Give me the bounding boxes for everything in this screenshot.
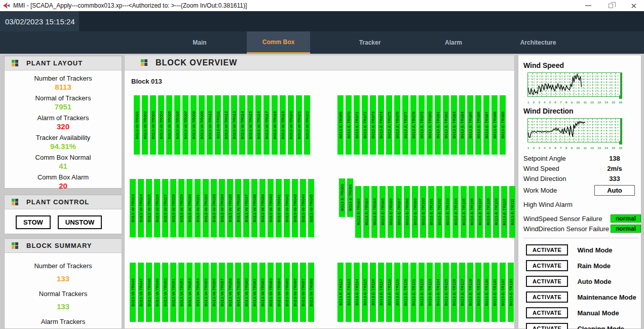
tracker-bar[interactable]: B013-W-TR009 <box>199 95 205 155</box>
tracker-bar[interactable]: B013-E-TR070 <box>346 95 352 155</box>
restore-icon[interactable] <box>609 4 613 8</box>
tracker-bar[interactable]: B013-E-TR098 <box>404 186 410 238</box>
tracker-bar[interactable]: B013-W-TR005 <box>166 95 172 155</box>
tracker-bar[interactable]: B013-W-TR042 <box>284 179 290 237</box>
tracker-bar[interactable]: B013-W-TR024 <box>138 179 144 237</box>
activate-maintenance-mode-button[interactable]: ACTIVATE <box>526 291 568 303</box>
tracker-bar[interactable]: B013-W-TR062 <box>259 263 266 322</box>
tracker-bar[interactable]: B013-E-TR101 <box>428 186 434 238</box>
tracker-bar[interactable]: B013-E-TR100 <box>420 186 426 238</box>
tracker-bar[interactable]: B013-E-TR114 <box>354 263 360 322</box>
stow-button[interactable]: STOW <box>16 215 51 229</box>
tracker-bar[interactable]: B013-W-TR017 <box>263 95 270 155</box>
tracker-bar[interactable]: B013-E-TR129 <box>475 263 481 322</box>
tracker-bar[interactable]: B013-W-TR029 <box>178 179 184 237</box>
tracker-bar[interactable]: B013-E-TR115 <box>362 263 368 322</box>
tracker-bar[interactable]: B013-E-TR083 <box>451 95 457 155</box>
tab-comm-box[interactable]: Comm Box <box>247 31 310 54</box>
tracker-bar[interactable]: B013-W-TR025 <box>146 179 152 237</box>
tracker-bar[interactable]: B013-W-TR012 <box>223 95 229 155</box>
close-icon[interactable]: ✕ <box>630 2 637 10</box>
tracker-bar[interactable]: B013-E-TR095 <box>380 186 386 238</box>
tracker-bar[interactable]: B013-E-TR084 <box>459 95 465 155</box>
tracker-bar[interactable]: B013-W-TR066 <box>292 263 298 322</box>
tracker-bar[interactable]: B013-W-TR048 <box>146 263 152 322</box>
tracker-bar[interactable]: B013-E-TR110 <box>501 186 507 238</box>
tracker-bar[interactable]: B013-W-TR011 <box>215 95 221 155</box>
tracker-bar[interactable]: B013-W-TR015 <box>247 95 253 155</box>
tracker-bar[interactable]: B013-E-TR132 <box>500 263 506 322</box>
tracker-bar[interactable]: B013-W-TR065 <box>284 263 290 322</box>
tracker-bar[interactable]: B013-W-TR018 <box>272 95 278 155</box>
tracker-bar[interactable]: B013-W-TR010 <box>207 95 213 155</box>
tracker-bar[interactable]: B013-E-TR113 <box>346 263 352 322</box>
tracker-bar[interactable]: B013-E-TR094 <box>371 186 377 238</box>
tracker-bar[interactable]: B013-W-TR054 <box>195 263 201 322</box>
tracker-bar[interactable]: B013-W-TR020 <box>288 95 294 155</box>
tracker-bar[interactable]: B013-W-TR063 <box>268 263 274 322</box>
tracker-bar[interactable]: B013-W-TR030 <box>186 179 193 237</box>
tracker-bar[interactable]: B013-W-TR041 <box>276 179 282 237</box>
tracker-bar[interactable]: B013-W-TR031 <box>195 179 201 237</box>
tracker-bar[interactable]: B013-E-TR099 <box>412 186 418 238</box>
tracker-bar[interactable]: B013-E-TR118 <box>386 263 392 322</box>
tracker-bar[interactable]: B013-W-TR068 <box>308 263 314 322</box>
tracker-bar[interactable]: B013-W-TR035 <box>227 179 233 237</box>
tracker-bar[interactable]: B013-E-TR122 <box>419 263 425 322</box>
tracker-bar[interactable]: B013-W-TR052 <box>178 263 184 322</box>
tracker-bar[interactable]: B013-E-TR103 <box>444 186 450 238</box>
tracker-bar[interactable]: B013-W-TR022 <box>304 95 310 155</box>
tracker-bar[interactable]: B013-E-TR077 <box>402 95 408 155</box>
tracker-bar[interactable]: B013-E-TR116 <box>370 263 376 322</box>
tracker-bar[interactable]: B013-E-TR104 <box>452 186 459 238</box>
tracker-bar[interactable]: B013-W-TR021 <box>296 95 302 155</box>
tracker-bar[interactable]: B013-W-TR016 <box>255 95 261 155</box>
tracker-bar[interactable]: B013-E-TR119 <box>394 263 400 322</box>
tracker-bar[interactable]: B013-W-TR036 <box>235 179 241 237</box>
tracker-bar[interactable]: B013-E-TR096 <box>388 186 394 238</box>
tracker-bar[interactable]: B013-W-TR006 <box>174 95 180 155</box>
tracker-bar[interactable]: B013-W-TR045 <box>308 179 314 237</box>
activate-manual-mode-button[interactable]: ACTIVATE <box>526 307 568 318</box>
tracker-bar[interactable]: B013-E-TR076 <box>394 95 400 155</box>
tracker-bar[interactable]: B013-W-TR067 <box>300 263 306 322</box>
tracker-bar[interactable]: B013-E-TR106 <box>469 186 475 238</box>
tracker-bar[interactable]: B013-E-TR127 <box>459 263 465 322</box>
tracker-bar[interactable]: B013-W-TR001 <box>134 95 140 155</box>
tracker-bar[interactable]: B013-W-TR051 <box>170 263 176 322</box>
work-mode-value[interactable]: Auto <box>594 185 635 196</box>
tracker-bar[interactable]: B013-W-TR056 <box>211 263 217 322</box>
tracker-bar[interactable]: B013-E-TR071 <box>354 95 360 155</box>
tracker-bar[interactable]: B013-E-TR088 <box>491 95 498 155</box>
tracker-bar[interactable]: B013-W-TR059 <box>235 263 241 322</box>
tracker-bar[interactable]: B013-E-TR090 <box>339 178 345 217</box>
tracker-bar[interactable]: B013-E-TR125 <box>443 263 449 322</box>
tracker-bar[interactable]: B013-E-TR130 <box>483 263 489 322</box>
activate-rain-mode-button[interactable]: ACTIVATE <box>526 260 568 271</box>
tracker-bar[interactable]: B013-W-TR040 <box>268 179 274 237</box>
tab-main[interactable]: Main <box>169 31 230 54</box>
tracker-bar[interactable]: B013-E-TR082 <box>443 95 449 155</box>
tracker-bar[interactable]: B013-E-TR086 <box>475 95 481 155</box>
tracker-bar[interactable]: B013-E-TR112 <box>337 263 344 322</box>
tracker-bar[interactable]: B013-E-TR108 <box>485 186 491 238</box>
tracker-bar[interactable]: B013-W-TR033 <box>211 179 217 237</box>
tracker-bar[interactable]: B013-E-TR128 <box>467 263 473 322</box>
tracker-bar[interactable]: B013-W-TR055 <box>203 263 209 322</box>
tracker-bar[interactable]: B013-E-TR091 <box>347 178 353 217</box>
tracker-bar[interactable]: B013-E-TR120 <box>402 263 408 322</box>
tracker-bar[interactable]: B013-E-TR089 <box>500 95 506 155</box>
tracker-bar[interactable]: B013-W-TR057 <box>219 263 225 322</box>
tracker-bar[interactable]: B013-W-TR064 <box>276 263 282 322</box>
tracker-bar[interactable]: B013-W-TR047 <box>138 263 144 322</box>
tracker-bar[interactable]: B013-W-TR043 <box>292 179 298 237</box>
activate-cleaning-mode-button[interactable]: ACTIVATE <box>526 323 568 329</box>
tracker-bar[interactable]: B013-W-TR061 <box>251 263 257 322</box>
tracker-bar[interactable]: B013-E-TR121 <box>410 263 416 322</box>
tracker-bar[interactable]: B013-W-TR050 <box>162 263 168 322</box>
tracker-bar[interactable]: B013-E-TR087 <box>483 95 489 155</box>
tracker-bar[interactable]: B013-E-TR074 <box>378 95 384 155</box>
tracker-bar[interactable]: B013-W-TR044 <box>300 179 306 237</box>
tracker-bar[interactable]: B013-E-TR092 <box>355 186 361 238</box>
unstow-button[interactable]: UNSTOW <box>58 215 102 229</box>
